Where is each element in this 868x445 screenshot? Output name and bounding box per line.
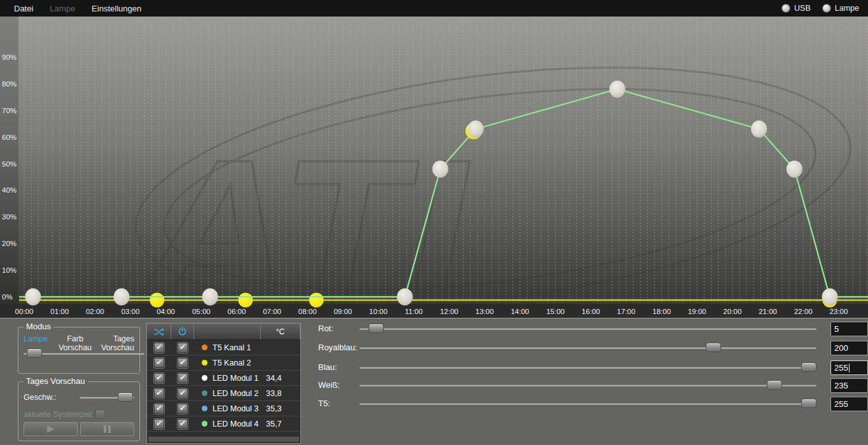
modus-groupbox: Modus Lampe Farb Vorschau Tages Vorschau (18, 327, 140, 374)
channel-color-dot-icon (202, 406, 207, 411)
channel-row: ✔✔LED Modul 435,7 (147, 416, 300, 432)
color-slider-label: T5: (318, 399, 330, 408)
speed-slider-thumb[interactable] (118, 392, 133, 402)
svg-text:30%: 30% (2, 213, 17, 221)
channel-power-checkbox[interactable]: ✔ (178, 343, 188, 353)
menu-datei[interactable]: Datei (6, 4, 41, 13)
channel-curve-checkbox[interactable]: ✔ (154, 373, 164, 383)
curve-point[interactable] (25, 289, 41, 306)
pause-button[interactable] (80, 422, 134, 436)
channel-curve-checkbox[interactable]: ✔ (154, 404, 164, 414)
speed-slider[interactable] (80, 392, 134, 402)
color-slider-track[interactable] (360, 346, 816, 348)
schedule-chart-area: ATI90%80%70%60%50%40%30%20%10%0%00:0001:… (0, 17, 868, 318)
power-column-header[interactable] (171, 324, 194, 339)
channel-power-checkbox[interactable]: ✔ (178, 419, 188, 429)
svg-text:00:00: 00:00 (15, 308, 34, 315)
lampe-led-icon (822, 4, 831, 13)
curve-point[interactable] (751, 121, 767, 138)
channel-rows: ✔✔T5 Kanal 1✔✔T5 Kanal 2✔✔LED Modul 134,… (147, 340, 300, 432)
color-value-input[interactable]: 235 (830, 378, 868, 393)
curve-point[interactable] (468, 121, 484, 138)
channel-curve-checkbox[interactable]: ✔ (154, 343, 164, 353)
color-value-input[interactable]: 200 (830, 341, 868, 355)
channel-row: ✔✔LED Modul 335,3 (147, 401, 300, 416)
table-scrollbar[interactable] (148, 437, 299, 442)
transport-controls (24, 422, 134, 436)
svg-text:17:00: 17:00 (617, 308, 636, 315)
schedule-chart[interactable]: ATI90%80%70%60%50%40%30%20%10%0%00:0001:… (0, 17, 868, 318)
color-slider-thumb[interactable] (706, 343, 721, 352)
color-value-input[interactable]: 255 (830, 397, 868, 411)
svg-text:90%: 90% (2, 53, 17, 61)
color-slider[interactable] (360, 380, 816, 390)
channel-power-checkbox[interactable]: ✔ (178, 373, 188, 383)
modus-slider[interactable] (24, 348, 144, 358)
channel-name[interactable]: LED Modul 3 (213, 404, 258, 413)
svg-text:05:00: 05:00 (192, 308, 211, 315)
color-slider[interactable] (360, 324, 816, 333)
color-slider-track[interactable] (360, 327, 816, 329)
speed-row: Geschw.: (24, 392, 134, 402)
color-slider-track[interactable] (360, 402, 816, 404)
svg-text:14:00: 14:00 (511, 308, 529, 315)
channel-temperature: 35,7 (261, 420, 300, 428)
svg-text:09:00: 09:00 (333, 308, 352, 315)
svg-text:40%: 40% (2, 186, 17, 194)
lampe-indicator-label: Lampe (835, 4, 859, 13)
svg-text:60%: 60% (2, 134, 17, 141)
curve-point[interactable] (309, 293, 324, 308)
color-slider[interactable] (360, 362, 816, 372)
color-slider-thumb[interactable] (368, 324, 384, 333)
curve-point[interactable] (150, 293, 164, 308)
systemtime-row: aktuelle Systemzeit (24, 409, 105, 419)
svg-text:10:00: 10:00 (369, 308, 388, 315)
tages-vorschau-title: Tages Vorschau (24, 376, 88, 386)
svg-text:20%: 20% (2, 240, 17, 247)
color-slider[interactable] (360, 343, 816, 352)
modus-slider-thumb[interactable] (27, 348, 42, 358)
channel-name[interactable]: LED Modul 4 (213, 420, 258, 428)
curve-point[interactable] (397, 289, 413, 306)
color-slider-thumb[interactable] (801, 399, 816, 408)
curve-point[interactable] (114, 289, 130, 306)
curve-point[interactable] (610, 81, 626, 98)
color-slider-thumb[interactable] (801, 362, 816, 372)
svg-text:04:00: 04:00 (157, 308, 175, 315)
color-slider-track[interactable] (360, 384, 816, 386)
channel-curve-checkbox[interactable]: ✔ (154, 358, 164, 368)
menu-einstellungen[interactable]: Einstellungen (83, 4, 150, 13)
menu-lampe[interactable]: Lampe (41, 4, 83, 13)
svg-text:18:00: 18:00 (652, 308, 671, 315)
color-value-input[interactable]: 5 (830, 322, 868, 336)
channel-name[interactable]: LED Modul 2 (213, 389, 258, 398)
svg-text:01:00: 01:00 (50, 308, 69, 315)
channel-curve-checkbox[interactable]: ✔ (154, 388, 164, 399)
color-value-input[interactable]: 255 (830, 360, 868, 375)
channel-curve-checkbox[interactable]: ✔ (154, 419, 164, 429)
channel-name[interactable]: LED Modul 1 (213, 374, 258, 383)
channel-table: °C ✔✔T5 Kanal 1✔✔T5 Kanal 2✔✔LED Modul 1… (146, 323, 301, 444)
play-button[interactable] (24, 422, 78, 436)
curve-point[interactable] (822, 289, 838, 306)
channel-name[interactable]: T5 Kanal 1 (213, 343, 251, 352)
curve-point[interactable] (238, 293, 253, 308)
color-slider-thumb[interactable] (767, 380, 782, 390)
channel-name[interactable]: T5 Kanal 2 (213, 359, 251, 367)
curve-point[interactable] (787, 160, 802, 177)
color-slider-label: Blau: (318, 362, 337, 372)
channel-power-checkbox[interactable]: ✔ (178, 358, 188, 368)
curve-point[interactable] (432, 160, 448, 177)
curve-column-header[interactable] (147, 324, 171, 339)
usb-indicator: USB (781, 4, 811, 13)
channel-color-dot-icon (202, 421, 207, 427)
svg-text:21:00: 21:00 (759, 308, 777, 315)
color-slider[interactable] (360, 399, 816, 408)
color-slider-track[interactable] (360, 366, 816, 368)
channel-power-checkbox[interactable]: ✔ (178, 404, 188, 414)
curve-point[interactable] (202, 289, 218, 306)
systemtime-label: aktuelle Systemzeit (24, 410, 92, 419)
status-indicators: USB Lampe (781, 4, 859, 13)
systemtime-checkbox[interactable] (95, 409, 105, 419)
channel-power-checkbox[interactable]: ✔ (178, 388, 188, 399)
